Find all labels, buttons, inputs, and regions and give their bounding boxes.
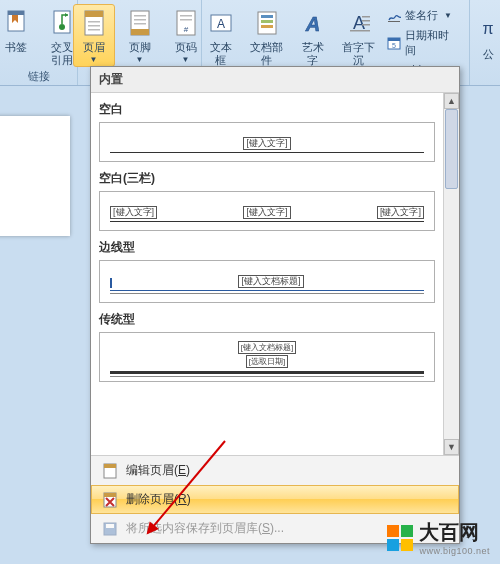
- textbox-icon: A: [207, 9, 235, 37]
- edit-header-label: 编辑页眉(E): [126, 462, 190, 479]
- datetime-label: 日期和时间: [405, 28, 458, 58]
- scrollbar[interactable]: ▲ ▼: [443, 93, 459, 455]
- header-label: 页眉: [83, 41, 105, 54]
- datetime-icon: 5: [387, 36, 401, 50]
- crossref-label: 交叉 引用: [51, 41, 73, 67]
- svg-rect-8: [88, 29, 100, 31]
- svg-rect-7: [88, 25, 100, 27]
- svg-rect-5: [85, 11, 103, 17]
- svg-rect-27: [362, 20, 370, 22]
- gallery-section-header: 内置: [91, 67, 459, 93]
- scroll-up-button[interactable]: ▲: [444, 93, 459, 109]
- svg-rect-11: [134, 15, 146, 17]
- gallery-item-title: 空白: [99, 101, 435, 118]
- gallery-item-title: 边线型: [99, 239, 435, 256]
- chevron-down-icon: ▼: [136, 56, 144, 64]
- watermark-text: 大百网: [419, 519, 490, 546]
- signature-label: 签名行: [405, 8, 438, 23]
- remove-header-label: 删除页眉(R): [126, 491, 191, 508]
- save-header-icon: [102, 521, 118, 537]
- bookmark-button[interactable]: 书签: [0, 4, 37, 70]
- placeholder: [键入文字]: [377, 206, 424, 219]
- equation-icon: π: [479, 16, 497, 44]
- edit-header-icon: [102, 463, 118, 479]
- dropcap-icon: A: [345, 9, 373, 37]
- svg-rect-30: [388, 21, 400, 22]
- group-links-label: 链接: [0, 69, 77, 84]
- placeholder: [键入文档标题]: [238, 275, 303, 288]
- svg-rect-38: [104, 464, 116, 468]
- svg-rect-29: [350, 30, 370, 32]
- svg-rect-10: [131, 29, 149, 35]
- svg-rect-32: [388, 38, 400, 41]
- save-header-label: 将所选内容保存到页眉库(S)...: [126, 520, 284, 537]
- svg-rect-26: [362, 16, 370, 18]
- watermark: 大百网 www.big100.net: [387, 519, 490, 556]
- ribbon-group-equation: π 公: [476, 0, 500, 85]
- header-button[interactable]: 页眉 ▼: [73, 4, 115, 67]
- svg-rect-13: [134, 23, 146, 25]
- footer-icon: [126, 9, 154, 37]
- chevron-down-icon: ▼: [444, 11, 452, 20]
- svg-rect-28: [362, 24, 370, 26]
- gallery-item-traditional[interactable]: [键入文档标题] [选取日期]: [99, 332, 435, 382]
- svg-text:#: #: [183, 25, 188, 34]
- gallery-item-title: 空白(三栏): [99, 170, 435, 187]
- bookmark-label: 书签: [5, 41, 27, 54]
- ribbon-group-links: 书签 交叉 引用 链接: [0, 0, 78, 85]
- page: [0, 116, 70, 236]
- watermark-logo-icon: [387, 525, 413, 551]
- wordart-icon: A: [299, 9, 327, 37]
- footer-label: 页脚: [129, 41, 151, 54]
- pagenum-button[interactable]: # 页码 ▼: [165, 4, 207, 67]
- svg-text:A: A: [217, 17, 225, 31]
- gallery-item-title: 传统型: [99, 311, 435, 328]
- watermark-url: www.big100.net: [419, 546, 490, 556]
- pagenum-label: 页码: [175, 41, 197, 54]
- chevron-down-icon: ▼: [182, 56, 190, 64]
- gallery-item-blank-3col[interactable]: [键入文字] [键入文字] [键入文字]: [99, 191, 435, 231]
- remove-header-icon: [102, 492, 118, 508]
- pagenum-icon: #: [172, 9, 200, 37]
- placeholder: [键入文字]: [243, 137, 290, 150]
- placeholder: [键入文字]: [110, 206, 157, 219]
- placeholder: [键入文档标题]: [238, 341, 296, 354]
- svg-rect-23: [261, 25, 273, 28]
- equation-label: 公: [483, 48, 494, 61]
- svg-text:A: A: [304, 13, 319, 35]
- svg-rect-22: [261, 20, 273, 23]
- quickparts-icon: [253, 9, 281, 37]
- header-gallery: 内置 空白 [键入文字] 空白(三栏) [键入文字] [键入文字] [键入文字]…: [90, 66, 460, 544]
- textbox-label: 文本框: [207, 41, 234, 67]
- gallery-scroll: 空白 [键入文字] 空白(三栏) [键入文字] [键入文字] [键入文字] 边线…: [91, 93, 459, 455]
- gallery-item-edge[interactable]: [键入文档标题]: [99, 260, 435, 303]
- svg-point-3: [59, 24, 65, 30]
- signature-button[interactable]: 签名行▼: [382, 6, 463, 25]
- quickparts-label: 文档部件: [248, 41, 285, 67]
- wordart-label: 艺术字: [299, 41, 326, 67]
- scroll-thumb[interactable]: [445, 109, 458, 189]
- bookmark-icon: [2, 9, 30, 37]
- placeholder: [键入文字]: [243, 206, 290, 219]
- scroll-down-button[interactable]: ▼: [444, 439, 459, 455]
- svg-rect-16: [180, 15, 192, 17]
- svg-rect-12: [134, 19, 146, 21]
- svg-rect-40: [104, 493, 116, 497]
- chevron-down-icon: ▼: [90, 56, 98, 64]
- svg-rect-6: [88, 21, 100, 23]
- remove-header-menuitem[interactable]: 删除页眉(R): [91, 485, 459, 514]
- svg-text:π: π: [482, 20, 493, 37]
- header-icon: [80, 9, 108, 37]
- datetime-button[interactable]: 5 日期和时间: [382, 26, 463, 60]
- equation-button[interactable]: π 公: [473, 11, 500, 64]
- crossref-icon: [48, 9, 76, 37]
- svg-rect-1: [8, 11, 24, 15]
- signature-icon: [387, 9, 401, 23]
- footer-button[interactable]: 页脚 ▼: [119, 4, 161, 67]
- placeholder: [选取日期]: [246, 355, 288, 368]
- svg-rect-17: [180, 19, 192, 21]
- gallery-item-blank[interactable]: [键入文字]: [99, 122, 435, 162]
- edit-header-menuitem[interactable]: 编辑页眉(E): [91, 456, 459, 485]
- svg-rect-42: [106, 524, 114, 528]
- svg-rect-21: [261, 15, 273, 18]
